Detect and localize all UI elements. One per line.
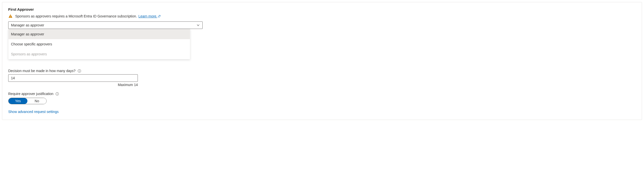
first-approver-card: First Approver Sponsors as approvers req… [2,2,642,120]
justification-toggle: Yes No [8,98,46,104]
approver-option-manager[interactable]: Manager as approver [8,29,190,39]
decision-days-helper: Maximum 14 [8,83,138,87]
approver-select[interactable]: Manager as approver [8,22,202,29]
svg-rect-0 [10,16,11,17]
approver-option-sponsors: Sponsors as approvers [8,49,190,59]
approver-select-flyout: Manager as approver Choose specific appr… [8,29,190,59]
svg-rect-6 [57,94,57,94]
external-link-icon [158,15,161,18]
show-advanced-link[interactable]: Show advanced request settings [8,110,58,114]
warning-icon [8,14,13,18]
decision-days-field: Decision must be made in how many days? … [8,69,636,87]
subscription-warning: Sponsors as approvers requires a Microso… [8,14,636,18]
approver-option-specific[interactable]: Choose specific approvers [8,39,190,49]
section-title: First Approver [8,7,636,12]
info-icon[interactable] [78,69,81,73]
svg-rect-3 [79,70,80,72]
warning-text: Sponsors as approvers requires a Microso… [15,14,161,18]
info-icon[interactable] [55,92,59,96]
svg-rect-1 [10,17,11,18]
justification-yes[interactable]: Yes [8,98,28,104]
learn-more-link[interactable]: Learn more. [138,14,161,18]
svg-rect-7 [57,93,57,93]
justification-field: Require approver justification Yes No [8,92,636,104]
approver-select-value: Manager as approver [11,23,44,27]
decision-days-input[interactable] [8,74,138,82]
decision-days-label: Decision must be made in how many days? [8,69,76,73]
justification-label: Require approver justification [8,92,53,96]
svg-rect-4 [79,70,80,70]
justification-no[interactable]: No [28,98,46,104]
chevron-down-icon [196,24,200,27]
approver-select-container: Manager as approver Manager as approver … [8,22,202,29]
